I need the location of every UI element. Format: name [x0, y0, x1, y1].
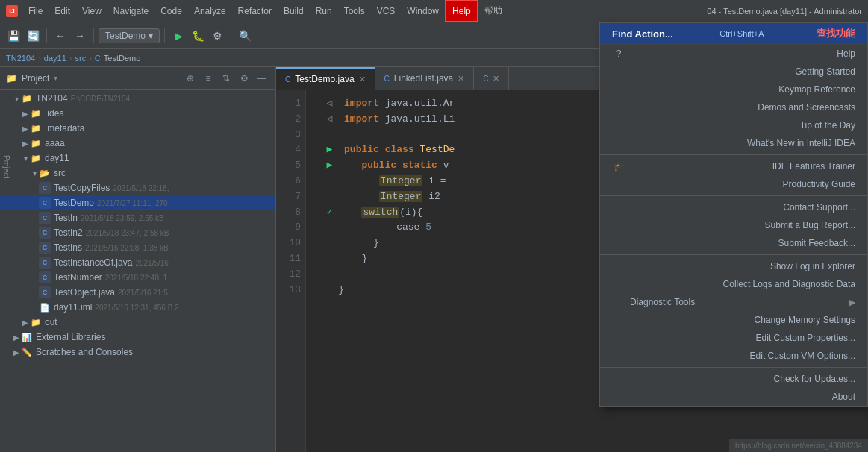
menu-file[interactable]: File: [22, 0, 49, 22]
tree-item-testdemo[interactable]: C TestDemo 2021/7/27 11:11, 270: [0, 195, 275, 210]
question-icon: ?: [612, 48, 625, 59]
expand-arrow-day11[interactable]: ▾: [21, 154, 30, 163]
tree-item-testinstanceof[interactable]: C TestInstanceOf.java 2021/5/16: [0, 255, 275, 270]
sidebar-dropdown-icon[interactable]: ▾: [54, 74, 57, 82]
find-action-shortcut: Ctrl+Shift+A: [719, 29, 764, 38]
tree-item-metadata[interactable]: ▶ 📁 .metadata: [0, 121, 275, 136]
sidebar-hide-btn[interactable]: —: [255, 71, 269, 86]
toolbar-project-selector[interactable]: TestDemo ▾: [99, 28, 160, 43]
java-file-icon: C: [39, 197, 51, 209]
breadcrumb-testdemo[interactable]: TestDemo: [104, 54, 141, 63]
menu-refactor[interactable]: Refactor: [232, 0, 278, 22]
tree-meta-testobject: 2021/5/16 21:5: [118, 289, 168, 297]
help-menu-show-log[interactable]: Show Log in Explorer: [600, 257, 867, 275]
menu-code[interactable]: Code: [154, 0, 188, 22]
sidebar-sort-btn[interactable]: ⇅: [219, 71, 234, 86]
tree-meta-testin2: 2021/5/18 23:47, 2.58 kB: [86, 229, 169, 237]
breadcrumb-sep-3: ›: [89, 54, 92, 63]
tree-label-testinstanceof: TestInstanceOf.java: [54, 257, 132, 268]
tip-label: Tip of the Day: [800, 120, 855, 131]
menu-edit[interactable]: Edit: [49, 0, 76, 22]
toolbar-build-btn[interactable]: ⚙: [208, 27, 226, 45]
expand-arrow-src[interactable]: ▾: [30, 169, 39, 178]
menu-vcs[interactable]: VCS: [371, 0, 402, 22]
help-menu-updates[interactable]: Check for Updates...: [600, 370, 867, 388]
tree-item-out[interactable]: ▶ 📁 out: [0, 315, 275, 330]
help-menu-custom-props[interactable]: Edit Custom Properties...: [600, 329, 867, 347]
help-menu-demos[interactable]: Demos and Screencasts: [600, 98, 867, 116]
expand-arrow-metadata[interactable]: ▶: [21, 125, 30, 133]
expand-arrow-tn2104[interactable]: ▾: [12, 95, 21, 103]
help-menu-contact[interactable]: Contact Support...: [600, 198, 867, 216]
help-menu-bug[interactable]: Submit a Bug Report...: [600, 216, 867, 234]
tree-item-extlibs[interactable]: ▶ 📊 External Libraries: [0, 330, 275, 345]
tree-item-testnumber[interactable]: C TestNumber 2021/5/18 22:48, 1: [0, 270, 275, 285]
menu-tools[interactable]: Tools: [338, 0, 371, 22]
help-menu-about[interactable]: About: [600, 388, 867, 406]
toolbar-sync-btn[interactable]: 🔄: [24, 27, 42, 45]
expand-arrow-extlibs[interactable]: ▶: [12, 333, 21, 342]
tree-item-testcopyfiles[interactable]: C TestCopyFiles 2021/5/18 22:18,: [0, 181, 275, 195]
tree-item-day11[interactable]: ▾ 📁 day11: [0, 151, 275, 166]
toolbar-forward-btn[interactable]: →: [71, 27, 89, 45]
tree-item-idea[interactable]: ▶ 📁 .idea: [0, 106, 275, 121]
help-menu-productivity[interactable]: Productivity Guide: [600, 175, 867, 193]
toolbar-search-btn[interactable]: 🔍: [236, 27, 254, 45]
expand-arrow-aaaa[interactable]: ▶: [21, 139, 30, 148]
java-file-icon: C: [39, 286, 51, 298]
tree-item-aaaa[interactable]: ▶ 📁 aaaa: [0, 136, 275, 151]
menu-help[interactable]: Help: [445, 0, 478, 22]
tab-linkedlist[interactable]: C LinkedList.java ✕: [375, 67, 475, 90]
menu-analyze[interactable]: Analyze: [188, 0, 232, 22]
tree-item-testin2[interactable]: C TestIn2 2021/5/18 23:47, 2.58 kB: [0, 225, 275, 240]
sidebar-collapse-btn[interactable]: ≡: [201, 71, 216, 86]
breadcrumb-day11[interactable]: day11: [44, 54, 66, 63]
help-menu-help[interactable]: ? Help: [600, 45, 867, 63]
tab-linkedlist-close[interactable]: ✕: [458, 74, 464, 84]
menu-window[interactable]: Window: [401, 0, 445, 22]
help-menu-ide-features[interactable]: 🎓 IDE Features Trainer: [600, 157, 867, 175]
breadcrumb-src[interactable]: src: [75, 54, 86, 63]
sidebar-add-btn[interactable]: ⊕: [183, 71, 198, 86]
menu-navigate[interactable]: Navigate: [107, 0, 154, 22]
toolbar-debug-btn[interactable]: 🐛: [189, 27, 207, 45]
toolbar-run-btn[interactable]: ▶: [169, 27, 187, 45]
help-menu-tip[interactable]: Tip of the Day: [600, 116, 867, 134]
help-menu-memory[interactable]: Change Memory Settings: [600, 311, 867, 329]
breadcrumb-tn2104[interactable]: TN2104: [6, 54, 35, 63]
menu-bangzhu[interactable]: 帮助: [478, 0, 508, 22]
help-menu-custom-vm[interactable]: Edit Custom VM Options...: [600, 347, 867, 365]
tree-item-scratches[interactable]: ▶ ✏️ Scratches and Consoles: [0, 345, 275, 360]
menu-view[interactable]: View: [76, 0, 107, 22]
menu-build[interactable]: Build: [278, 0, 310, 22]
tab-testdemo-close[interactable]: ✕: [359, 75, 366, 84]
tree-item-testin[interactable]: C TestIn 2021/5/18 23:59, 2.65 kB: [0, 210, 275, 225]
toolbar-save-btn[interactable]: 💾: [4, 27, 22, 45]
menu-run[interactable]: Run: [310, 0, 338, 22]
tree-item-day11iml[interactable]: 📄 day11.iml 2021/5/16 12:31, 456 B 2: [0, 300, 275, 315]
help-menu-collect-logs[interactable]: Collect Logs and Diagnostic Data: [600, 275, 867, 293]
sidebar-header: 📁 Project ▾ ⊕ ≡ ⇅ ⚙ —: [0, 67, 275, 90]
help-menu-getting-started[interactable]: Getting Started: [600, 63, 867, 81]
tree-item-src[interactable]: ▾ 📂 src: [0, 166, 275, 181]
tree-item-tn2104[interactable]: ▾ 📁 TN2104 E:\CODE\TN2104: [0, 91, 275, 106]
help-menu-keymap[interactable]: Keymap Reference: [600, 81, 867, 98]
tab-extra[interactable]: C ✕: [474, 67, 509, 90]
expand-arrow-idea[interactable]: ▶: [21, 110, 30, 118]
tree-item-testobject[interactable]: C TestObject.java 2021/5/16 21:5: [0, 285, 275, 300]
expand-arrow-scratches[interactable]: ▶: [12, 348, 21, 357]
expand-arrow-out[interactable]: ▶: [21, 318, 30, 327]
tab-testdemo[interactable]: C TestDemo.java ✕: [276, 67, 375, 90]
sidebar-settings-btn[interactable]: ⚙: [237, 71, 252, 86]
tree-item-testins[interactable]: C TestIns 2021/5/16 22:08, 1.38 kB: [0, 240, 275, 255]
help-menu-whats-new[interactable]: What's New in IntelliJ IDEA: [600, 134, 867, 152]
toolbar-back-btn[interactable]: ←: [51, 27, 69, 45]
separator-4: [600, 367, 867, 368]
help-menu-feedback[interactable]: Submit Feedback...: [600, 234, 867, 252]
help-menu-diagnostic[interactable]: Diagnostic Tools ▶: [600, 293, 867, 311]
tab-extra-close[interactable]: ✕: [493, 74, 499, 84]
sidebar: 📁 Project ▾ ⊕ ≡ ⇅ ⚙ — ▾ 📁 TN2104 E:\CODE…: [0, 67, 276, 452]
project-vertical-tab[interactable]: Project: [0, 149, 13, 184]
tree-label-src: src: [54, 168, 66, 178]
find-action-item[interactable]: Find Action... Ctrl+Shift+A 查找功能: [600, 23, 867, 45]
